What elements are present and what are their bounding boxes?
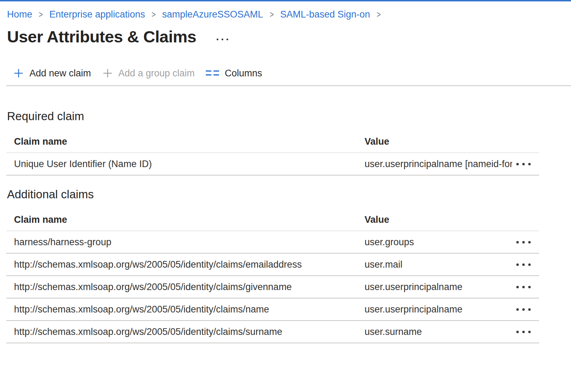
claim-name-cell: harness/harness-group bbox=[14, 237, 365, 248]
additional-claims-section: Additional claims Claim name Value harne… bbox=[0, 187, 571, 343]
page-title: User Attributes & Claims bbox=[7, 27, 196, 47]
command-bar: Add new claim Add a group claim Columns bbox=[0, 64, 571, 82]
row-more-button[interactable] bbox=[512, 237, 539, 248]
ellipsis-icon bbox=[516, 286, 519, 288]
columns-button[interactable]: Columns bbox=[206, 68, 262, 79]
required-claim-table: Claim name Value Unique User Identifier … bbox=[6, 124, 539, 176]
row-more-button[interactable] bbox=[512, 159, 539, 170]
row-more-button[interactable] bbox=[512, 259, 539, 270]
plus-icon bbox=[102, 68, 113, 78]
toolbar-divider bbox=[6, 85, 571, 86]
required-claim-section: Required claim Claim name Value Unique U… bbox=[0, 109, 571, 176]
table-row[interactable]: http://schemas.xmlsoap.org/ws/2005/05/id… bbox=[6, 276, 539, 298]
claim-name-cell: http://schemas.xmlsoap.org/ws/2005/05/id… bbox=[14, 304, 365, 315]
claim-value-cell: user.groups bbox=[365, 237, 512, 248]
claim-value-cell: user.userprincipalname [nameid-for... bbox=[365, 159, 512, 170]
ellipsis-icon bbox=[226, 39, 228, 40]
breadcrumb-link-app[interactable]: sampleAzureSSOSAML bbox=[162, 8, 263, 20]
chevron-right-icon: > bbox=[376, 8, 381, 20]
row-more-button[interactable] bbox=[512, 304, 539, 315]
table-row[interactable]: http://schemas.xmlsoap.org/ws/2005/05/id… bbox=[6, 298, 539, 321]
breadcrumb-link-saml-sign-on[interactable]: SAML-based Sign-on bbox=[280, 8, 370, 20]
claim-value-cell: user.surname bbox=[365, 326, 512, 337]
ellipsis-icon bbox=[516, 241, 519, 243]
ellipsis-icon bbox=[516, 163, 519, 165]
page-header: User Attributes & Claims bbox=[0, 27, 571, 47]
ellipsis-icon bbox=[528, 263, 531, 266]
claim-name-cell: http://schemas.xmlsoap.org/ws/2005/05/id… bbox=[14, 326, 365, 337]
ellipsis-icon bbox=[516, 308, 519, 311]
add-new-claim-button[interactable]: Add new claim bbox=[13, 68, 91, 79]
ellipsis-icon bbox=[528, 163, 531, 165]
row-more-button[interactable] bbox=[512, 326, 539, 337]
column-header-claim-name: Claim name bbox=[14, 214, 365, 225]
claim-value-cell: user.userprincipalname bbox=[365, 304, 512, 315]
ellipsis-icon bbox=[528, 308, 531, 311]
ellipsis-icon bbox=[217, 39, 218, 40]
claim-value-cell: user.userprincipalname bbox=[365, 282, 512, 293]
table-row[interactable]: http://schemas.xmlsoap.org/ws/2005/05/id… bbox=[6, 321, 539, 343]
plus-icon bbox=[13, 68, 24, 78]
ellipsis-icon bbox=[522, 241, 525, 243]
additional-claims-table: Claim name Value harness/harness-group u… bbox=[6, 202, 539, 343]
ellipsis-icon bbox=[522, 263, 525, 266]
table-row[interactable]: Unique User Identifier (Name ID) user.us… bbox=[6, 153, 539, 176]
page-more-menu-button[interactable] bbox=[215, 36, 230, 42]
claim-name-cell: http://schemas.xmlsoap.org/ws/2005/05/id… bbox=[14, 259, 365, 270]
claim-name-cell: http://schemas.xmlsoap.org/ws/2005/05/id… bbox=[14, 282, 365, 293]
table-row[interactable]: http://schemas.xmlsoap.org/ws/2005/05/id… bbox=[6, 254, 539, 276]
chevron-right-icon: > bbox=[270, 8, 274, 20]
ellipsis-icon bbox=[528, 331, 531, 333]
table-row[interactable]: harness/harness-group user.groups bbox=[6, 231, 539, 254]
row-more-button[interactable] bbox=[512, 282, 539, 293]
ellipsis-icon bbox=[522, 308, 525, 311]
ellipsis-icon bbox=[528, 241, 531, 243]
add-new-claim-label: Add new claim bbox=[29, 68, 91, 79]
breadcrumb-link-home[interactable]: Home bbox=[7, 8, 32, 20]
column-header-value: Value bbox=[365, 214, 539, 225]
chevron-right-icon: > bbox=[151, 8, 156, 20]
ellipsis-icon bbox=[222, 39, 223, 40]
column-header-value: Value bbox=[365, 136, 539, 147]
ellipsis-icon bbox=[516, 331, 519, 333]
required-claim-heading: Required claim bbox=[0, 109, 571, 124]
chevron-right-icon: > bbox=[39, 8, 43, 20]
ellipsis-icon bbox=[522, 163, 525, 165]
breadcrumb: Home > Enterprise applications > sampleA… bbox=[0, 1, 571, 20]
column-header-claim-name: Claim name bbox=[14, 136, 365, 147]
columns-label: Columns bbox=[225, 68, 262, 79]
columns-icon bbox=[206, 69, 219, 77]
ellipsis-icon bbox=[516, 263, 519, 266]
add-group-claim-label: Add a group claim bbox=[118, 68, 195, 79]
ellipsis-icon bbox=[528, 286, 531, 288]
table-header-row: Claim name Value bbox=[6, 124, 539, 153]
add-group-claim-button[interactable]: Add a group claim bbox=[102, 68, 195, 79]
claim-name-cell: Unique User Identifier (Name ID) bbox=[14, 159, 365, 170]
claim-value-cell: user.mail bbox=[365, 259, 512, 270]
breadcrumb-link-enterprise-applications[interactable]: Enterprise applications bbox=[49, 8, 145, 20]
ellipsis-icon bbox=[522, 331, 525, 333]
table-header-row: Claim name Value bbox=[6, 202, 539, 231]
ellipsis-icon bbox=[522, 286, 525, 288]
additional-claims-heading: Additional claims bbox=[0, 187, 571, 202]
